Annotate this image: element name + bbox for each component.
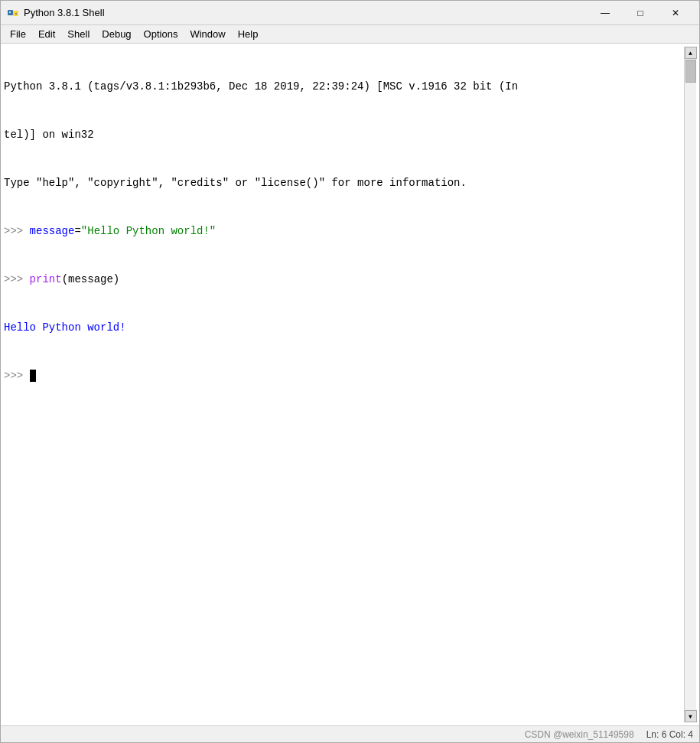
menu-edit[interactable]: Edit (32, 26, 61, 43)
menu-window[interactable]: Window (184, 26, 231, 43)
maximize-button[interactable]: □ (623, 1, 658, 25)
console-line-2: tel)] on win32 (4, 127, 684, 143)
status-bar: CSDN @weixin_51149598 Ln: 6 Col: 4 (1, 725, 699, 742)
menu-debug[interactable]: Debug (96, 26, 137, 43)
shell-content[interactable]: Python 3.8.1 (tags/v3.8.1:1b293b6, Dec 1… (1, 44, 699, 725)
cursor (30, 370, 36, 382)
close-button[interactable]: ✕ (658, 1, 693, 25)
menu-shell[interactable]: Shell (61, 26, 96, 43)
console-line-6: Hello Python world! (4, 320, 684, 336)
console-area[interactable]: Python 3.8.1 (tags/v3.8.1:1b293b6, Dec 1… (4, 47, 684, 722)
scrollbar-track[interactable] (685, 59, 696, 710)
console-line-7: >>> (4, 368, 684, 384)
title-bar: Python 3.8.1 Shell — □ ✕ (1, 1, 699, 25)
watermark-text: CSDN @weixin_51149598 (525, 729, 634, 740)
line-col-indicator: Ln: 6 Col: 4 (646, 729, 693, 740)
window-controls: — □ ✕ (588, 1, 693, 25)
svg-point-3 (15, 13, 17, 15)
svg-point-2 (9, 11, 11, 13)
app-icon (7, 7, 19, 19)
window-title: Python 3.8.1 Shell (24, 7, 588, 18)
scrollbar-thumb[interactable] (685, 60, 696, 83)
scroll-up-button[interactable]: ▲ (685, 47, 697, 59)
minimize-button[interactable]: — (588, 1, 623, 25)
console-line-3: Type "help", "copyright", "credits" or "… (4, 175, 684, 191)
menu-bar: File Edit Shell Debug Options Window Hel… (1, 25, 699, 44)
menu-options[interactable]: Options (138, 26, 184, 43)
console-line-1: Python 3.8.1 (tags/v3.8.1:1b293b6, Dec 1… (4, 79, 684, 95)
main-window: Python 3.8.1 Shell — □ ✕ File Edit Shell… (0, 0, 700, 743)
scroll-down-button[interactable]: ▼ (685, 710, 697, 722)
scrollbar[interactable]: ▲ ▼ (684, 47, 696, 722)
console-line-5: >>> print(message) (4, 272, 684, 288)
menu-file[interactable]: File (4, 26, 32, 43)
menu-help[interactable]: Help (232, 26, 265, 43)
console-line-4: >>> message="Hello Python world!" (4, 223, 684, 240)
